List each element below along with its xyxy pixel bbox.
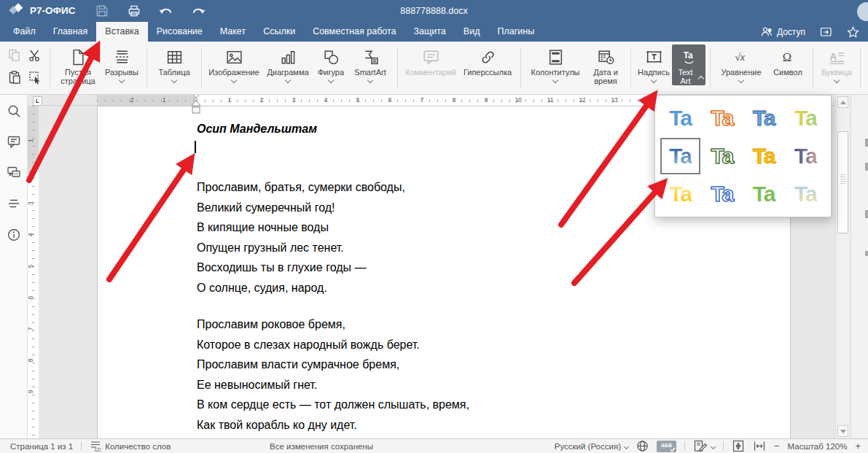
comments-panel-button[interactable] — [7, 134, 21, 149]
zoom-in-button[interactable]: + — [855, 441, 861, 452]
scroll-down-button[interactable] — [837, 425, 848, 437]
text-art-style-option[interactable]: Ta — [743, 99, 785, 137]
set-document-language-button[interactable] — [636, 440, 649, 452]
text-art-gallery-dropdown: Ta Ta Ta Ta Ta Ta Ta Ta Ta Ta Ta Ta — [654, 95, 832, 217]
chevron-down-icon — [119, 77, 125, 83]
date-time-label: Дата и время — [585, 68, 626, 85]
ruler-number: 4 — [27, 233, 34, 237]
copy-button[interactable] — [4, 44, 25, 66]
info-icon — [7, 228, 21, 242]
chart-icon — [279, 48, 297, 66]
redo-button[interactable] — [188, 2, 208, 20]
blank-page-button[interactable]: Пустая страница — [55, 44, 101, 85]
print-button[interactable] — [124, 2, 144, 20]
save-button[interactable] — [92, 2, 112, 20]
text-art-style-option[interactable]: Ta — [743, 137, 785, 175]
symbol-button[interactable]: Ω Символ — [767, 44, 808, 77]
zoom-level-label: Масштаб 120% — [788, 442, 848, 451]
text-art-style-option[interactable]: Ta — [785, 99, 826, 137]
fit-to-width-button[interactable] — [753, 440, 766, 452]
search-button[interactable] — [7, 104, 21, 118]
text-art-style-option[interactable]: Ta — [785, 175, 826, 213]
chart-button[interactable]: Диаграмма — [262, 44, 314, 82]
smartart-label: SmartArt — [354, 68, 386, 77]
dropcap-label: Буквица — [821, 68, 852, 77]
hyperlink-button[interactable]: Гиперссылка — [459, 44, 516, 77]
poem-line: О солнце, судия, народ. — [197, 278, 405, 298]
vruler-margin-segment — [28, 106, 39, 170]
date-time-button[interactable]: Дата и время — [585, 44, 626, 85]
page-number-indicator[interactable]: Страница 1 из 1 — [10, 442, 73, 451]
shape-button[interactable]: Фигура — [314, 44, 348, 82]
right-panel-icon-sliver — [865, 251, 868, 256]
text-art-style-option[interactable]: Ta — [660, 175, 701, 213]
navigation-panel-button[interactable] — [7, 196, 21, 211]
cut-button[interactable] — [25, 44, 45, 66]
tab-references[interactable]: Ссылки — [254, 22, 304, 42]
tab-collaboration[interactable]: Совместная работа — [304, 22, 404, 42]
vertical-ruler[interactable]: 123456789 — [28, 95, 39, 438]
equation-button[interactable]: √x Уравнение — [715, 44, 767, 82]
text-art-style-option[interactable]: Ta — [701, 137, 743, 175]
paste-button[interactable] — [4, 66, 25, 88]
language-selector[interactable]: Русский (Россия) — [555, 442, 628, 451]
tab-protection[interactable]: Защита — [405, 22, 455, 42]
open-file-location-button[interactable] — [820, 26, 832, 37]
comment-label: Комментарий — [405, 68, 455, 77]
text-art-label: Text Art — [675, 68, 697, 85]
smartart-button[interactable]: SmartArt — [348, 44, 393, 82]
content-controls-button[interactable] — [865, 44, 868, 74]
word-count-button[interactable]: 123 Количество слов — [90, 440, 171, 452]
tab-file[interactable]: Файл — [4, 22, 44, 42]
text-art-style-option[interactable]: Ta — [660, 99, 701, 137]
dropcap-button[interactable]: A Буквица — [818, 44, 856, 82]
undo-button[interactable] — [156, 2, 176, 20]
text-art-style-option[interactable]: Ta — [785, 137, 826, 175]
tab-draw[interactable]: Рисование — [148, 22, 211, 42]
tab-selector-box[interactable]: L — [33, 96, 42, 106]
chat-panel-button[interactable] — [7, 165, 21, 179]
share-access-button[interactable]: Доступ — [761, 26, 805, 37]
comment-button[interactable]: Комментарий — [402, 44, 459, 77]
tab-layout[interactable]: Макет — [211, 22, 254, 42]
headings-icon — [7, 196, 21, 211]
poem-line: Которое в слезах народный вождь берет. — [197, 335, 469, 355]
equation-icon: √x — [732, 48, 751, 66]
scrollbar-thumb[interactable] — [837, 131, 848, 233]
hyperlink-label: Гиперссылка — [464, 68, 512, 77]
chevron-down-icon — [231, 77, 237, 83]
blank-page-label: Пустая страница — [55, 68, 101, 85]
text-art-style-option[interactable]: Ta — [701, 175, 743, 213]
fit-to-page-button[interactable] — [732, 440, 745, 452]
indent-marker[interactable] — [190, 92, 202, 115]
tab-home[interactable]: Главная — [44, 22, 97, 42]
text-art-style-option[interactable]: Ta — [743, 175, 785, 213]
comment-icon — [422, 48, 440, 66]
title-bar: 888778888.docx Р7-ОФИС — [0, 0, 868, 22]
textbox-button[interactable]: Надпись — [636, 44, 672, 82]
zoom-out-button[interactable]: − — [774, 441, 780, 452]
vruler-segment — [28, 170, 39, 438]
about-panel-button[interactable] — [7, 228, 21, 242]
ruler-number: 1 — [27, 139, 34, 143]
vertical-scrollbar[interactable] — [835, 95, 850, 438]
tab-plugins[interactable]: Плагины — [488, 22, 543, 42]
breaks-button[interactable]: Разрывы — [101, 44, 142, 82]
hyperlink-icon — [479, 48, 497, 66]
select-all-button[interactable] — [25, 66, 45, 88]
header-footer-button[interactable]: Колонтитулы — [525, 44, 585, 82]
document-author-line: Осип Мандельштам — [197, 123, 317, 136]
text-art-button[interactable]: Ta Text Art — [672, 44, 705, 85]
tab-insert[interactable]: Вставка — [96, 22, 147, 42]
spellcheck-toggle[interactable]: АБВ — [657, 441, 676, 452]
tab-view[interactable]: Вид — [455, 22, 489, 42]
track-changes-button[interactable] — [693, 440, 715, 452]
quick-actions — [92, 2, 208, 20]
text-art-style-option[interactable]: Ta — [701, 99, 743, 137]
clipboard-cluster — [4, 44, 45, 88]
favorite-button[interactable] — [847, 26, 859, 38]
text-art-style-option-selected[interactable]: Ta — [660, 137, 701, 175]
scroll-up-button[interactable] — [837, 96, 848, 108]
image-button[interactable]: Изображение — [206, 44, 262, 82]
table-button[interactable]: Таблица — [152, 44, 197, 82]
